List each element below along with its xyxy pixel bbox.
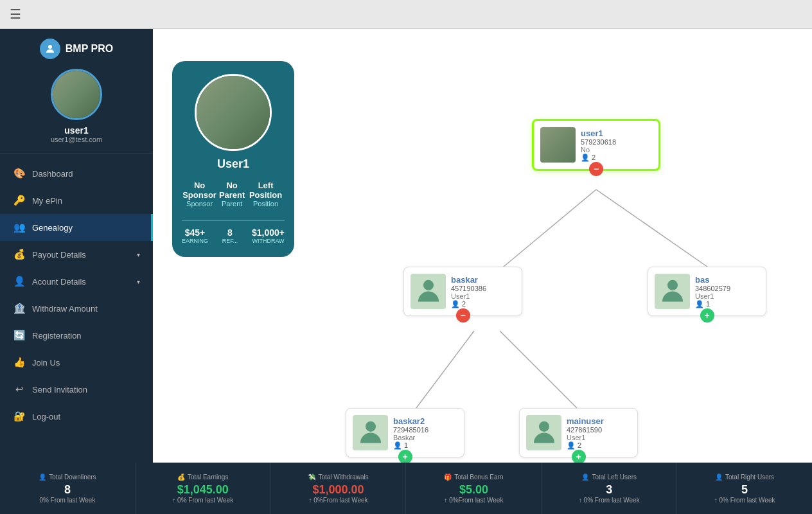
left-users-icon: 👤 xyxy=(581,474,589,481)
node-members-user1: 👤 2 xyxy=(581,154,616,162)
stat-downliners-label: 👤 Total Downliners xyxy=(39,474,96,481)
node-name-mainuser: mainuser xyxy=(567,416,604,426)
user-card: User1 No Sponsor Sponsor No Parent Paren… xyxy=(172,61,294,257)
stat-bonus-change: ↑ 0%From last Week xyxy=(444,497,503,504)
node-sponsor-bas: User1 xyxy=(695,292,730,300)
node-info-mainuser: mainuser 427861590 User1 👤 2 xyxy=(567,416,604,450)
nav-label-registration: Registeration xyxy=(32,331,140,341)
logo-icon xyxy=(40,39,60,59)
nav-item-invitation[interactable]: ↩ Send Invitation xyxy=(0,376,153,403)
nav-item-account[interactable]: 👤 Acount Details ▾ xyxy=(0,268,153,295)
user-card-parent: No Parent Parent xyxy=(217,181,247,208)
tree-node-user1[interactable]: user1 579230618 No 👤 2 − xyxy=(532,119,660,171)
stat-right-change: ↑ 0% From last Week xyxy=(714,497,775,504)
stat-downliners-change: 0% From last Week xyxy=(39,497,95,504)
svg-point-6 xyxy=(667,280,677,290)
tree-node-bas[interactable]: bas 348602579 User1 👤 1 + xyxy=(648,267,766,316)
sidebar-email: user1@test.com xyxy=(51,136,102,143)
ref-value: 8 xyxy=(222,227,238,238)
nav-label-account: Acount Details xyxy=(32,277,130,287)
earning-value: $45+ xyxy=(182,227,208,238)
nav-item-registration[interactable]: 🔄 Registeration xyxy=(0,322,153,349)
stat-left-label: 👤 Total Left Users xyxy=(581,474,636,481)
tree-node-mainuser[interactable]: mainuser 427861590 User1 👤 2 + xyxy=(519,408,638,457)
baskar2-avatar-placeholder xyxy=(353,415,388,450)
downliners-icon: 👤 xyxy=(39,474,46,481)
ref-label: REF... xyxy=(222,238,238,244)
user-card-position-label: Position xyxy=(247,200,285,208)
nav-item-logout[interactable]: 🔐 Log-out xyxy=(0,403,153,430)
sidebar: BMP PRO user1 user1@test.com 🎨 Dashboard… xyxy=(0,29,153,463)
sidebar-header: BMP PRO user1 user1@test.com xyxy=(0,29,153,154)
user-card-position: Left Position Position xyxy=(247,181,285,208)
node-avatar-baskar xyxy=(410,274,446,309)
node-sponsor-user1: No xyxy=(581,146,616,154)
nav-item-joinus[interactable]: 👍 Join Us xyxy=(0,349,153,376)
node-id-mainuser: 427861590 xyxy=(567,426,604,434)
node-members-baskar2: 👤 1 xyxy=(393,441,428,450)
stat-right-value: 5 xyxy=(741,483,748,497)
node-id-bas: 348602579 xyxy=(695,285,730,292)
node-avatar-baskar2 xyxy=(353,415,388,450)
stat-withdrawals-label: 💸 Total Withdrawals xyxy=(308,474,368,481)
app-wrapper: ☰ BMP PRO user1 user1@test.com 🎨 xyxy=(0,0,812,514)
stat-downliners-value: 8 xyxy=(64,483,71,497)
node-avatar-mainuser xyxy=(526,415,561,450)
stat-total-earnings: 💰 Total Earnings $1,045.00 ↑ 0% From las… xyxy=(136,463,271,514)
svg-line-2 xyxy=(596,190,712,270)
baskar-avatar-placeholder xyxy=(410,274,446,309)
node-btn-minus-user1[interactable]: − xyxy=(589,162,603,176)
genealogy-area[interactable]: User1 No Sponsor Sponsor No Parent Paren… xyxy=(153,29,812,463)
node-avatar-bas xyxy=(655,274,690,309)
stat-withdrawals-value: $1,000.00 xyxy=(313,483,364,497)
user-card-ref: 8 REF... xyxy=(222,227,238,244)
nav-item-withdraw[interactable]: 🏦 Withdraw Amount xyxy=(0,295,153,322)
right-users-icon: 👤 xyxy=(715,474,723,481)
user-card-parent-label: Parent xyxy=(217,200,247,208)
node-name-user1: user1 xyxy=(581,128,616,138)
node-btn-minus-baskar[interactable]: − xyxy=(456,308,470,323)
nav-label-logout: Log-out xyxy=(32,412,140,421)
tree-node-baskar[interactable]: baskar 457190386 User1 👤 2 − xyxy=(403,267,522,316)
user-card-sponsor-label: Sponsor xyxy=(182,200,217,208)
node-members-baskar: 👤 2 xyxy=(451,300,486,308)
svg-line-3 xyxy=(416,331,474,408)
node-btn-plus-mainuser[interactable]: + xyxy=(572,450,586,463)
node-id-baskar: 457190386 xyxy=(451,285,486,292)
svg-point-7 xyxy=(365,421,375,432)
nav-item-payout[interactable]: 💰 Payout Details ▾ xyxy=(0,241,153,268)
main-content: User1 No Sponsor Sponsor No Parent Paren… xyxy=(153,29,812,463)
user-card-stats: $45+ EARNING 8 REF... $1,000+ WITHDRAW xyxy=(182,227,285,244)
node-btn-plus-bas[interactable]: + xyxy=(700,308,714,323)
nav-label-joinus: Join Us xyxy=(32,358,140,368)
user-card-withdraw: $1,000+ WITHDRAW xyxy=(252,227,285,244)
tree-node-baskar2[interactable]: baskar2 729485016 Baskar 👤 1 + xyxy=(346,408,464,457)
hamburger-menu[interactable]: ☰ xyxy=(10,6,21,22)
account-arrow: ▾ xyxy=(137,278,140,285)
nav-item-myepin[interactable]: 🔑 My ePin xyxy=(0,187,153,214)
stat-bonus-value: $5.00 xyxy=(459,483,488,497)
withdraw-icon: 🏦 xyxy=(13,303,26,314)
topbar: ☰ xyxy=(0,0,812,29)
sidebar-logo: BMP PRO xyxy=(40,39,113,59)
bonus-icon: 🎁 xyxy=(444,474,452,481)
nav-item-genealogy[interactable]: 👥 Genealogy xyxy=(0,214,153,241)
registration-icon: 🔄 xyxy=(13,330,26,341)
nav-label-myepin: My ePin xyxy=(32,196,140,206)
withdrawals-icon: 💸 xyxy=(308,474,315,481)
epin-icon: 🔑 xyxy=(13,195,26,206)
genealogy-icon: 👥 xyxy=(13,222,26,233)
svg-line-1 xyxy=(500,190,596,270)
node-members-mainuser: 👤 2 xyxy=(567,441,604,450)
account-icon: 👤 xyxy=(13,276,26,287)
stat-right-users: 👤 Total Right Users 5 ↑ 0% From last Wee… xyxy=(677,463,812,514)
stat-bonus-label: 🎁 Total Bonus Earn xyxy=(444,474,503,481)
payout-icon: 💰 xyxy=(13,249,26,260)
node-btn-plus-baskar2[interactable]: + xyxy=(398,450,412,463)
node-name-baskar2: baskar2 xyxy=(393,416,428,426)
stat-left-change: ↑ 0% From last Week xyxy=(579,497,640,504)
payout-arrow: ▾ xyxy=(137,251,140,258)
stats-bar: 👤 Total Downliners 8 0% From last Week 💰… xyxy=(0,463,812,514)
dashboard-icon: 🎨 xyxy=(13,168,26,179)
nav-item-dashboard[interactable]: 🎨 Dashboard xyxy=(0,160,153,187)
